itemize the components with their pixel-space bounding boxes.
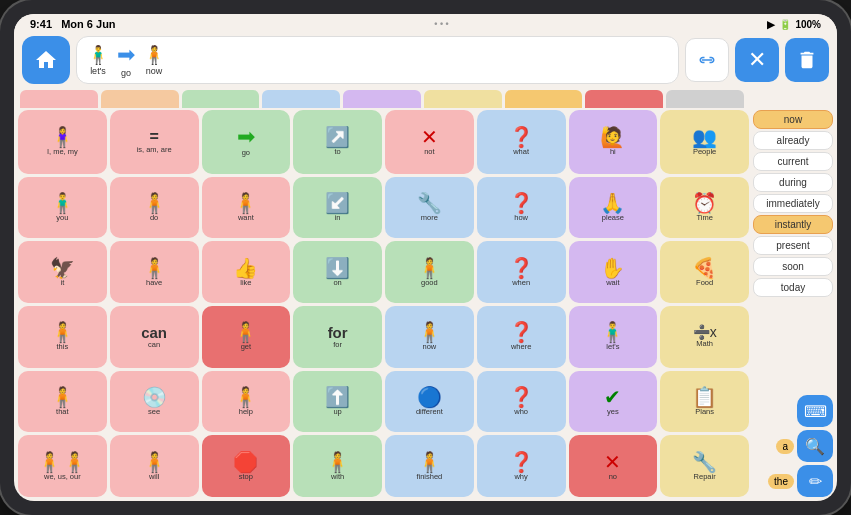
time-word-immediately[interactable]: immediately xyxy=(753,194,833,213)
ipad-frame: 9:41 Mon 6 Jun • • • ▶ 🔋 100% 🧍‍♂️ xyxy=(0,0,851,515)
cell-to[interactable]: ↗️ to xyxy=(293,110,382,174)
sidebar-word-row-a: a 🔍 xyxy=(753,430,833,462)
time-word-instantly[interactable]: instantly xyxy=(753,215,833,234)
cat-tab-gray[interactable] xyxy=(666,90,744,108)
cell-more[interactable]: 🔧 more xyxy=(385,177,474,239)
cell-will[interactable]: 🧍 will xyxy=(110,435,199,497)
sentence-bar: 🧍‍♂️ let's ➡ go 🧍 now xyxy=(76,36,679,84)
cell-who[interactable]: ❓ who xyxy=(477,371,566,433)
wifi-icon: ▶ xyxy=(767,19,775,30)
cell-finished[interactable]: 🧍 finished xyxy=(385,435,474,497)
cat-tab-yellow[interactable] xyxy=(424,90,502,108)
cell-when[interactable]: ❓ when xyxy=(477,241,566,303)
cell-food[interactable]: 🍕 Food xyxy=(660,241,749,303)
sentence-item-now: 🧍 now xyxy=(143,44,165,76)
cell-now2[interactable]: 🧍 now xyxy=(385,306,474,368)
cell-where[interactable]: ❓ where xyxy=(477,306,566,368)
cell-that[interactable]: 🧍 that xyxy=(18,371,107,433)
cat-tab-green[interactable] xyxy=(182,90,260,108)
cell-good[interactable]: 🧍 good xyxy=(385,241,474,303)
cell-up[interactable]: ⬆️ up xyxy=(293,371,382,433)
delete-all-button[interactable] xyxy=(785,38,829,82)
cell-on[interactable]: ⬇️ on xyxy=(293,241,382,303)
cell-wait[interactable]: ✋ wait xyxy=(569,241,658,303)
cell-is-am-are[interactable]: = is, am, are xyxy=(110,110,199,174)
cell-what[interactable]: ❓ what xyxy=(477,110,566,174)
top-bar: 🧍‍♂️ let's ➡ go 🧍 now xyxy=(14,32,837,88)
cat-tab-orange[interactable] xyxy=(101,90,179,108)
top-actions: ✕ xyxy=(685,38,829,82)
cell-can[interactable]: can can xyxy=(110,306,199,368)
time-word-soon[interactable]: soon xyxy=(753,257,833,276)
cat-tab-blue[interactable] xyxy=(262,90,340,108)
cell-with[interactable]: 🧍 with xyxy=(293,435,382,497)
cat-tab-orange2[interactable] xyxy=(505,90,583,108)
word-btn-a[interactable]: a xyxy=(776,439,794,454)
sentence-item-lets: 🧍‍♂️ let's xyxy=(87,44,109,76)
keyboard-button[interactable]: ⌨ xyxy=(797,395,833,427)
cell-get[interactable]: 🧍 get xyxy=(202,306,291,368)
cell-have[interactable]: 🧍 have xyxy=(110,241,199,303)
cell-i-me-my[interactable]: 🧍‍♀️ I, me, my xyxy=(18,110,107,174)
time-words-list: now already current during immediately i… xyxy=(753,110,833,393)
time-word-during[interactable]: during xyxy=(753,173,833,192)
status-time: 9:41 Mon 6 Jun xyxy=(30,18,116,30)
time-word-now[interactable]: now xyxy=(753,110,833,129)
delete-word-button[interactable]: ✕ xyxy=(735,38,779,82)
cell-plans[interactable]: 📋 Plans xyxy=(660,371,749,433)
search-button[interactable]: 🔍 xyxy=(797,430,833,462)
cell-it[interactable]: 🦅 it xyxy=(18,241,107,303)
cell-see[interactable]: 💿 see xyxy=(110,371,199,433)
home-button[interactable] xyxy=(22,36,70,84)
cell-for[interactable]: for for xyxy=(293,306,382,368)
status-bar: 9:41 Mon 6 Jun • • • ▶ 🔋 100% xyxy=(14,14,837,32)
cell-lets[interactable]: 🧍‍♂️ let's xyxy=(569,306,658,368)
sidebar-word-row-the: the ✏ xyxy=(753,465,833,497)
cell-how[interactable]: ❓ how xyxy=(477,177,566,239)
cell-you[interactable]: 🧍‍♂️ you xyxy=(18,177,107,239)
main-content: 🧍‍♀️ I, me, my = is, am, are ➡ go ↗️ to … xyxy=(14,110,837,501)
cell-want[interactable]: 🧍 want xyxy=(202,177,291,239)
cell-we-us-our[interactable]: 🧍🧍 we, us, our xyxy=(18,435,107,497)
time-word-already[interactable]: already xyxy=(753,131,833,150)
share-button[interactable] xyxy=(685,38,729,82)
cell-repair[interactable]: 🔧 Repair xyxy=(660,435,749,497)
cell-this[interactable]: 🧍 this xyxy=(18,306,107,368)
sidebar-bottom: ⌨ a 🔍 the ✏ xyxy=(753,395,833,497)
cell-people[interactable]: 👥 People xyxy=(660,110,749,174)
cell-go[interactable]: ➡ go xyxy=(202,110,291,174)
time-word-today[interactable]: today xyxy=(753,278,833,297)
cell-help[interactable]: 🧍 help xyxy=(202,371,291,433)
cell-hi[interactable]: 🙋 hi xyxy=(569,110,658,174)
cell-no[interactable]: ✕ no xyxy=(569,435,658,497)
cell-like[interactable]: 👍 like xyxy=(202,241,291,303)
sentence-item-go: ➡ go xyxy=(117,42,135,78)
sidebar-action-row: ⌨ xyxy=(753,395,833,427)
word-btn-the[interactable]: the xyxy=(768,474,794,489)
battery-icon: 🔋 xyxy=(779,19,791,30)
cell-please[interactable]: 🙏 please xyxy=(569,177,658,239)
cell-why[interactable]: ❓ why xyxy=(477,435,566,497)
cat-tab-pink[interactable] xyxy=(20,90,98,108)
ipad-screen: 9:41 Mon 6 Jun • • • ▶ 🔋 100% 🧍‍♂️ xyxy=(14,14,837,501)
time-word-current[interactable]: current xyxy=(753,152,833,171)
status-right: ▶ 🔋 100% xyxy=(767,19,821,30)
cell-in[interactable]: ↙️ in xyxy=(293,177,382,239)
cell-do[interactable]: 🧍 do xyxy=(110,177,199,239)
cat-tab-red[interactable] xyxy=(585,90,663,108)
cell-not[interactable]: ✕ not xyxy=(385,110,474,174)
symbol-grid: 🧍‍♀️ I, me, my = is, am, are ➡ go ↗️ to … xyxy=(18,110,749,497)
status-center: • • • xyxy=(434,19,448,29)
cell-yes[interactable]: ✔ yes xyxy=(569,371,658,433)
pencil-button[interactable]: ✏ xyxy=(797,465,833,497)
category-tabs xyxy=(14,88,837,110)
cell-math[interactable]: ➗x Math xyxy=(660,306,749,368)
cell-different[interactable]: 🔵 different xyxy=(385,371,474,433)
cat-tab-purple[interactable] xyxy=(343,90,421,108)
right-sidebar: now already current during immediately i… xyxy=(753,110,833,497)
cell-stop[interactable]: 🛑 stop xyxy=(202,435,291,497)
time-word-present[interactable]: present xyxy=(753,236,833,255)
cell-time[interactable]: ⏰ Time xyxy=(660,177,749,239)
